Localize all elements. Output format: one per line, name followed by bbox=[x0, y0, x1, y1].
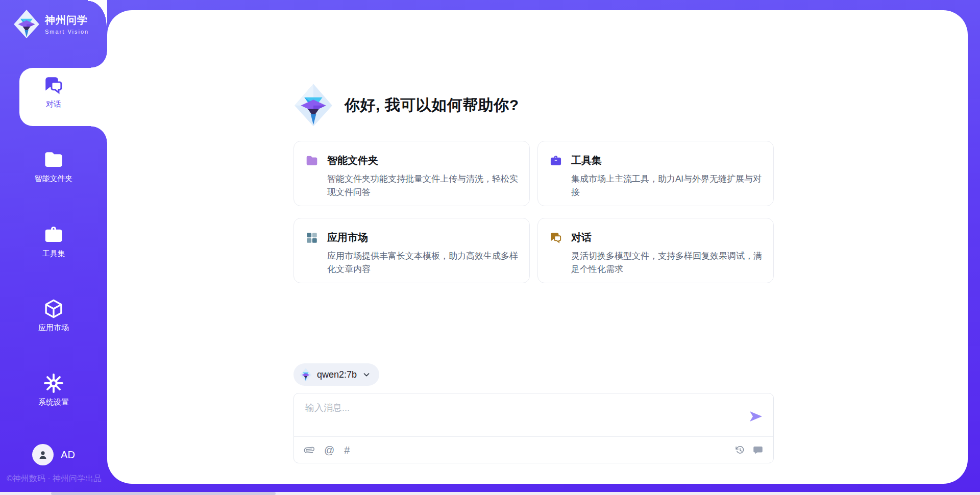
card-title: 对话 bbox=[571, 231, 592, 244]
card-title: 智能文件夹 bbox=[327, 154, 378, 167]
sidebar-item-label: 对话 bbox=[46, 100, 61, 109]
sidebar-item-settings[interactable]: 系统设置 bbox=[0, 373, 107, 407]
avatar bbox=[32, 444, 54, 465]
greeting: 你好, 我可以如何帮助你? bbox=[293, 83, 519, 127]
card-toolset[interactable]: 工具集 集成市场上主流工具，助力AI与外界无缝扩展与对接 bbox=[537, 141, 774, 206]
history-icon bbox=[735, 445, 745, 455]
message-composer: @ # bbox=[293, 393, 774, 463]
composer-toolbar: @ # bbox=[294, 437, 773, 463]
card-chat[interactable]: 对话 灵活切换多模型文件，支持多样回复效果调试，满足个性化需求 bbox=[537, 218, 774, 283]
app-logo-icon bbox=[13, 9, 40, 39]
card-description: 应用市场提供丰富长文本模板，助力高效生成多样化文章内容 bbox=[327, 250, 523, 276]
hashtag-button[interactable]: # bbox=[344, 445, 350, 455]
copyright: ©神州数码 · 神州问学出品 bbox=[7, 474, 102, 484]
card-description: 智能文件夹功能支持批量文件上传与清洗，轻松实现文件问答 bbox=[327, 172, 523, 199]
history-button[interactable] bbox=[735, 445, 745, 455]
horizontal-scrollbar-thumb[interactable] bbox=[51, 492, 276, 495]
card-head: 应用市场 bbox=[304, 231, 516, 244]
sidebar: 神州问学 Smart Vision 对话 智能文件夹 工具集 应用市场 bbox=[0, 0, 107, 495]
folder-icon bbox=[305, 154, 318, 167]
model-selector-row: qwen2:7b bbox=[293, 363, 379, 386]
person-icon bbox=[37, 449, 49, 461]
composer-toolbar-right bbox=[735, 445, 763, 455]
user-profile[interactable]: AD bbox=[0, 444, 107, 465]
card-smart-folder[interactable]: 智能文件夹 智能文件夹功能支持批量文件上传与清洗，轻松实现文件问答 bbox=[293, 141, 530, 206]
sidebar-item-label: 应用市场 bbox=[38, 323, 69, 333]
app-subtitle: Smart Vision bbox=[45, 29, 89, 35]
logo-diamond-icon bbox=[300, 368, 312, 382]
card-description: 集成市场上主流工具，助力AI与外界无缝扩展与对接 bbox=[571, 172, 767, 199]
brand: 神州问学 Smart Vision bbox=[13, 9, 89, 39]
main-content: 你好, 我可以如何帮助你? 智能文件夹 智能文件夹功能支持批量文件上传与清洗，轻… bbox=[293, 0, 774, 495]
sidebar-item-label: 系统设置 bbox=[38, 398, 69, 407]
brand-text: 神州问学 Smart Vision bbox=[45, 13, 89, 35]
greeting-text: 你好, 我可以如何帮助你? bbox=[345, 95, 519, 116]
sidebar-item-label: 智能文件夹 bbox=[35, 174, 73, 184]
send-icon bbox=[748, 408, 764, 425]
mention-button[interactable]: @ bbox=[324, 445, 334, 455]
hashtag-icon: # bbox=[344, 445, 350, 455]
sidebar-item-chat[interactable]: 对话 bbox=[0, 75, 107, 109]
chevron-down-icon bbox=[362, 370, 371, 379]
gear-icon bbox=[43, 373, 64, 394]
model-selector[interactable]: qwen2:7b bbox=[293, 363, 379, 386]
app-title: 神州问学 bbox=[45, 13, 89, 27]
card-head: 工具集 bbox=[548, 154, 760, 167]
chat-icon bbox=[43, 75, 64, 96]
briefcase-icon bbox=[549, 154, 562, 167]
sidebar-item-app-market[interactable]: 应用市场 bbox=[0, 298, 107, 333]
chat-icon bbox=[549, 231, 562, 244]
user-name: AD bbox=[61, 449, 75, 461]
card-head: 对话 bbox=[548, 231, 760, 244]
card-head: 智能文件夹 bbox=[304, 154, 516, 167]
model-name: qwen2:7b bbox=[317, 369, 357, 380]
feedback-button[interactable] bbox=[753, 445, 763, 455]
cube-icon bbox=[43, 298, 64, 319]
card-title: 工具集 bbox=[571, 154, 602, 167]
attachment-icon bbox=[302, 442, 316, 457]
card-description: 灵活切换多模型文件，支持多样回复效果调试，满足个性化需求 bbox=[571, 250, 767, 276]
card-app-market[interactable]: 应用市场 应用市场提供丰富长文本模板，助力高效生成多样化文章内容 bbox=[293, 218, 530, 283]
message-input[interactable] bbox=[304, 401, 730, 432]
sidebar-item-label: 工具集 bbox=[42, 249, 65, 259]
send-button[interactable] bbox=[747, 408, 765, 426]
assistant-logo-icon bbox=[293, 83, 333, 127]
attachment-button[interactable] bbox=[304, 445, 314, 455]
briefcase-icon bbox=[43, 224, 64, 245]
card-title: 应用市场 bbox=[327, 231, 368, 244]
sidebar-item-toolset[interactable]: 工具集 bbox=[0, 224, 107, 259]
folder-icon bbox=[43, 149, 64, 170]
horizontal-scrollbar bbox=[0, 492, 980, 495]
sidebar-item-smart-folder[interactable]: 智能文件夹 bbox=[0, 149, 107, 184]
feature-cards: 智能文件夹 智能文件夹功能支持批量文件上传与清洗，轻松实现文件问答 工具集 集成… bbox=[293, 141, 774, 283]
grid-icon bbox=[305, 231, 318, 244]
mention-icon: @ bbox=[324, 445, 334, 455]
feedback-bubble-icon bbox=[753, 445, 763, 455]
